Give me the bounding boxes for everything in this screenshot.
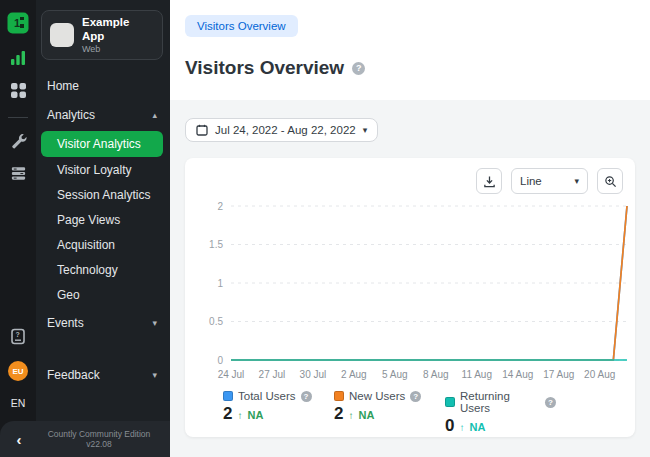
app-type: Web xyxy=(82,44,154,54)
rail-divider xyxy=(8,117,28,118)
legend-item-total-users: Total Users ? 2 ↑ NA xyxy=(223,390,334,436)
legend-help-icon[interactable]: ? xyxy=(545,397,556,408)
svg-text:0.5: 0.5 xyxy=(209,316,223,327)
svg-text:24 Jul: 24 Jul xyxy=(218,369,245,380)
section-label: Feedback xyxy=(47,368,100,382)
sidebar-item-visitor-analytics[interactable]: Visitor Analytics xyxy=(41,131,163,157)
svg-text:2 Aug: 2 Aug xyxy=(341,369,367,380)
svg-text:30 Jul: 30 Jul xyxy=(300,369,327,380)
content-area: Jul 24, 2022 - Aug 22, 2022 ▾ Line ▾ 00.… xyxy=(170,100,650,457)
sidebar-item-page-views[interactable]: Page Views xyxy=(41,208,163,232)
returning-users-swatch xyxy=(445,397,455,407)
visitors-chart: 00.511.5224 Jul27 Jul30 Jul2 Aug5 Aug8 A… xyxy=(197,196,633,386)
svg-text:?: ? xyxy=(16,331,20,338)
top-bar: Visitors Overview Visitors Overview ? xyxy=(170,0,650,100)
app-thumbnail xyxy=(50,23,74,47)
svg-text:17 Aug: 17 Aug xyxy=(543,369,574,380)
magnifier-zoom-icon xyxy=(604,175,617,188)
chevron-down-icon: ▾ xyxy=(574,176,579,186)
sidebar-item-acquisition[interactable]: Acquisition xyxy=(41,233,163,257)
help-center-icon[interactable]: ? xyxy=(10,328,26,345)
chart-area[interactable]: 00.511.5224 Jul27 Jul30 Jul2 Aug5 Aug8 A… xyxy=(197,196,623,390)
legend-label: Returning Users xyxy=(460,390,540,414)
legend-value: 0 xyxy=(445,416,454,436)
svg-text:11 Aug: 11 Aug xyxy=(462,369,492,380)
legend-value: 2 xyxy=(223,404,232,424)
version-label: Countly Community Edition v22.08 xyxy=(38,429,170,449)
trend-label: NA xyxy=(469,421,485,433)
sidebar: 1 ? EU EN Example App Web Home xyxy=(0,0,170,457)
download-icon xyxy=(483,175,496,188)
sidebar-section-events[interactable]: Events ▾ xyxy=(41,308,163,338)
svg-text:1.5: 1.5 xyxy=(209,239,223,250)
sidebar-section-analytics[interactable]: Analytics ▴ xyxy=(41,100,163,130)
sidebar-section-feedback[interactable]: Feedback ▾ xyxy=(41,360,163,390)
legend-value: 2 xyxy=(334,404,343,424)
zoom-button[interactable] xyxy=(597,168,623,194)
collapse-sidebar-button[interactable]: ‹ xyxy=(0,431,38,448)
total-users-swatch xyxy=(223,391,233,401)
main-area: Visitors Overview Visitors Overview ? Ju… xyxy=(170,0,650,457)
sidebar-item-geo[interactable]: Geo xyxy=(41,283,163,307)
user-avatar[interactable]: EU xyxy=(8,361,28,381)
legend-item-new-users: New Users ? 2 ↑ NA xyxy=(334,390,445,436)
svg-text:5 Aug: 5 Aug xyxy=(382,369,408,380)
section-label: Analytics xyxy=(47,108,95,122)
legend-item-returning-users: Returning Users ? 0 ↑ NA xyxy=(445,390,556,436)
sidebar-footer: ‹ Countly Community Edition v22.08 xyxy=(0,421,170,457)
app-name: Example App xyxy=(82,16,154,44)
new-users-swatch xyxy=(334,391,344,401)
management-wrench-icon[interactable] xyxy=(10,132,27,149)
breadcrumb-pill[interactable]: Visitors Overview xyxy=(185,15,298,37)
chart-legend: Total Users ? 2 ↑ NA New Users ? xyxy=(197,390,623,436)
trend-up-arrow-icon: ↑ xyxy=(237,410,242,421)
legend-label: New Users xyxy=(349,390,405,402)
app-selector[interactable]: Example App Web xyxy=(41,10,163,60)
sidebar-item-home[interactable]: Home xyxy=(41,72,163,100)
section-label: Events xyxy=(47,316,84,330)
sidebar-item-visitor-loyalty[interactable]: Visitor Loyalty xyxy=(41,158,163,182)
date-range-picker[interactable]: Jul 24, 2022 - Aug 22, 2022 ▾ xyxy=(185,118,378,142)
sidebar-menu: Example App Web Home Analytics ▴ Visitor… xyxy=(36,0,170,457)
svg-text:1: 1 xyxy=(14,17,20,29)
chart-toolbar: Line ▾ xyxy=(197,168,623,194)
visitors-chart-card: Line ▾ 00.511.5224 Jul27 Jul30 Jul2 Aug5… xyxy=(185,158,635,437)
svg-text:1: 1 xyxy=(217,278,223,289)
svg-text:0: 0 xyxy=(217,355,223,366)
trend-up-arrow-icon: ↑ xyxy=(459,422,464,433)
title-help-icon[interactable]: ? xyxy=(352,62,365,75)
legend-label: Total Users xyxy=(238,390,296,402)
chart-type-select[interactable]: Line ▾ xyxy=(511,168,588,194)
language-selector[interactable]: EN xyxy=(11,397,26,409)
trend-up-arrow-icon: ↑ xyxy=(348,410,353,421)
chart-type-value: Line xyxy=(520,175,542,187)
date-range-label: Jul 24, 2022 - Aug 22, 2022 xyxy=(215,124,356,136)
trend-label: NA xyxy=(358,409,374,421)
sidebar-item-technology[interactable]: Technology xyxy=(41,258,163,282)
chevron-up-icon: ▴ xyxy=(152,110,157,120)
apps-grid-icon[interactable] xyxy=(10,82,27,99)
icon-rail: 1 ? EU EN xyxy=(0,0,36,457)
trend-label: NA xyxy=(247,409,263,421)
legend-help-icon[interactable]: ? xyxy=(410,391,421,402)
countly-logo-icon[interactable]: 1 xyxy=(7,12,29,34)
svg-text:2: 2 xyxy=(217,201,223,212)
svg-text:14 Aug: 14 Aug xyxy=(502,369,533,380)
svg-text:8 Aug: 8 Aug xyxy=(423,369,449,380)
chevron-down-icon: ▾ xyxy=(152,318,157,328)
chevron-down-icon: ▾ xyxy=(152,370,157,380)
sidebar-item-session-analytics[interactable]: Session Analytics xyxy=(41,183,163,207)
calendar-icon xyxy=(196,124,208,136)
svg-text:27 Jul: 27 Jul xyxy=(259,369,286,380)
analytics-bar-chart-icon[interactable] xyxy=(9,50,27,66)
page-title: Visitors Overview xyxy=(185,57,344,79)
chevron-down-icon: ▾ xyxy=(363,125,368,135)
download-button[interactable] xyxy=(476,168,502,194)
svg-text:20 Aug: 20 Aug xyxy=(584,369,615,380)
legend-help-icon[interactable]: ? xyxy=(301,391,312,402)
data-manager-icon[interactable] xyxy=(10,165,27,182)
